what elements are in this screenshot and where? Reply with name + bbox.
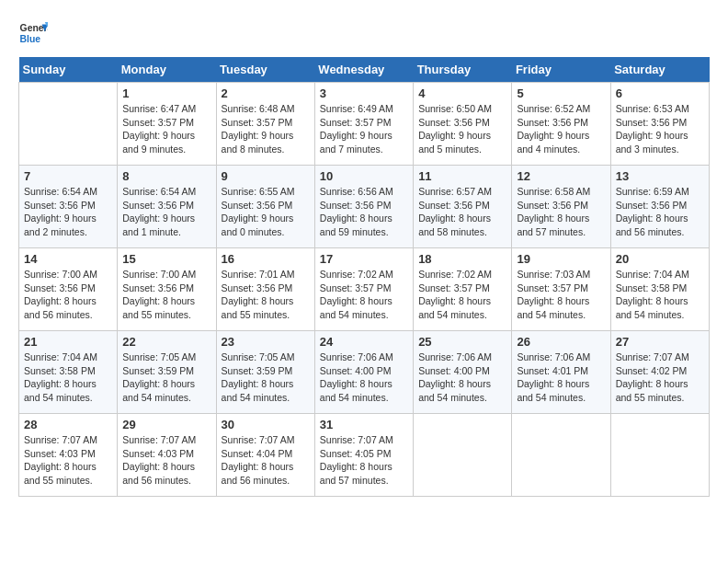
calendar-cell: 22Sunrise: 7:05 AM Sunset: 3:59 PM Dayli… [118, 331, 216, 414]
day-number: 31 [320, 418, 408, 431]
calendar-cell: 13Sunrise: 6:59 AM Sunset: 3:56 PM Dayli… [610, 166, 709, 248]
page-header: General Blue [18, 18, 710, 48]
weekday-header: Thursday [414, 57, 512, 83]
calendar-week-row: 1Sunrise: 6:47 AM Sunset: 3:57 PM Daylig… [19, 83, 710, 166]
day-number: 5 [517, 86, 605, 100]
calendar-cell: 31Sunrise: 7:07 AM Sunset: 4:05 PM Dayli… [314, 414, 413, 497]
day-info: Sunrise: 7:06 AM Sunset: 4:01 PM Dayligh… [517, 350, 605, 405]
weekday-header: Wednesday [314, 57, 413, 83]
calendar-cell: 15Sunrise: 7:00 AM Sunset: 3:56 PM Dayli… [118, 248, 216, 331]
calendar-week-row: 14Sunrise: 7:00 AM Sunset: 3:56 PM Dayli… [19, 248, 710, 331]
calendar-cell: 8Sunrise: 6:54 AM Sunset: 3:56 PM Daylig… [118, 166, 216, 248]
day-info: Sunrise: 6:52 AM Sunset: 3:56 PM Dayligh… [517, 102, 605, 156]
calendar-cell: 3Sunrise: 6:49 AM Sunset: 3:57 PM Daylig… [314, 83, 413, 166]
day-info: Sunrise: 6:54 AM Sunset: 3:56 PM Dayligh… [122, 185, 210, 239]
calendar-cell: 24Sunrise: 7:06 AM Sunset: 4:00 PM Dayli… [314, 331, 413, 414]
calendar-cell: 25Sunrise: 7:06 AM Sunset: 4:00 PM Dayli… [414, 331, 512, 414]
day-number: 23 [222, 335, 310, 349]
day-number: 28 [24, 418, 112, 431]
day-number: 16 [222, 252, 310, 266]
calendar-cell: 30Sunrise: 7:07 AM Sunset: 4:04 PM Dayli… [216, 414, 314, 497]
calendar-cell: 14Sunrise: 7:00 AM Sunset: 3:56 PM Dayli… [19, 248, 118, 331]
day-number: 2 [222, 86, 310, 100]
day-number: 13 [616, 169, 704, 183]
day-number: 7 [24, 169, 112, 183]
day-number: 3 [320, 86, 408, 100]
day-number: 30 [222, 418, 310, 431]
day-number: 6 [616, 86, 704, 100]
weekday-header: Monday [118, 57, 216, 83]
day-number: 10 [320, 169, 408, 183]
day-number: 15 [122, 252, 210, 266]
day-info: Sunrise: 6:54 AM Sunset: 3:56 PM Dayligh… [24, 185, 112, 239]
day-info: Sunrise: 7:00 AM Sunset: 3:56 PM Dayligh… [24, 268, 112, 322]
logo-icon: General Blue [18, 18, 48, 48]
day-number: 26 [517, 335, 605, 349]
weekday-header-row: SundayMondayTuesdayWednesdayThursdayFrid… [19, 57, 710, 83]
calendar-week-row: 28Sunrise: 7:07 AM Sunset: 4:03 PM Dayli… [19, 414, 710, 497]
calendar-cell [414, 414, 512, 497]
day-info: Sunrise: 6:50 AM Sunset: 3:56 PM Dayligh… [418, 102, 506, 156]
day-info: Sunrise: 6:53 AM Sunset: 3:56 PM Dayligh… [616, 102, 704, 156]
day-number: 29 [122, 418, 210, 431]
day-info: Sunrise: 7:00 AM Sunset: 3:56 PM Dayligh… [122, 268, 210, 322]
day-info: Sunrise: 7:05 AM Sunset: 3:59 PM Dayligh… [122, 350, 210, 405]
day-number: 9 [222, 169, 310, 183]
day-info: Sunrise: 6:59 AM Sunset: 3:56 PM Dayligh… [616, 185, 704, 239]
calendar-cell: 21Sunrise: 7:04 AM Sunset: 3:58 PM Dayli… [19, 331, 118, 414]
calendar-cell: 28Sunrise: 7:07 AM Sunset: 4:03 PM Dayli… [19, 414, 118, 497]
day-number: 1 [122, 86, 210, 100]
calendar-cell: 10Sunrise: 6:56 AM Sunset: 3:56 PM Dayli… [314, 166, 413, 248]
day-number: 11 [418, 169, 506, 183]
calendar-cell: 27Sunrise: 7:07 AM Sunset: 4:02 PM Dayli… [610, 331, 709, 414]
calendar-cell: 12Sunrise: 6:58 AM Sunset: 3:56 PM Dayli… [512, 166, 610, 248]
day-info: Sunrise: 6:49 AM Sunset: 3:57 PM Dayligh… [320, 102, 408, 156]
day-info: Sunrise: 7:07 AM Sunset: 4:04 PM Dayligh… [222, 433, 310, 488]
day-number: 4 [418, 86, 506, 100]
calendar-cell: 23Sunrise: 7:05 AM Sunset: 3:59 PM Dayli… [216, 331, 314, 414]
day-info: Sunrise: 7:02 AM Sunset: 3:57 PM Dayligh… [320, 268, 408, 322]
calendar-cell: 1Sunrise: 6:47 AM Sunset: 3:57 PM Daylig… [118, 83, 216, 166]
day-info: Sunrise: 7:06 AM Sunset: 4:00 PM Dayligh… [418, 350, 506, 405]
day-info: Sunrise: 7:03 AM Sunset: 3:57 PM Dayligh… [517, 268, 605, 322]
calendar-cell: 17Sunrise: 7:02 AM Sunset: 3:57 PM Dayli… [314, 248, 413, 331]
day-info: Sunrise: 7:07 AM Sunset: 4:03 PM Dayligh… [122, 433, 210, 488]
day-info: Sunrise: 7:07 AM Sunset: 4:05 PM Dayligh… [320, 433, 408, 488]
calendar-cell: 7Sunrise: 6:54 AM Sunset: 3:56 PM Daylig… [19, 166, 118, 248]
calendar-cell [19, 83, 118, 166]
calendar-cell: 4Sunrise: 6:50 AM Sunset: 3:56 PM Daylig… [414, 83, 512, 166]
day-info: Sunrise: 7:01 AM Sunset: 3:56 PM Dayligh… [222, 268, 310, 322]
day-info: Sunrise: 6:57 AM Sunset: 3:56 PM Dayligh… [418, 185, 506, 239]
day-number: 18 [418, 252, 506, 266]
weekday-header: Saturday [610, 57, 709, 83]
calendar-week-row: 21Sunrise: 7:04 AM Sunset: 3:58 PM Dayli… [19, 331, 710, 414]
day-number: 22 [122, 335, 210, 349]
day-number: 8 [122, 169, 210, 183]
day-info: Sunrise: 6:48 AM Sunset: 3:57 PM Dayligh… [222, 102, 310, 156]
svg-text:Blue: Blue [20, 34, 41, 44]
day-number: 14 [24, 252, 112, 266]
calendar-cell: 18Sunrise: 7:02 AM Sunset: 3:57 PM Dayli… [414, 248, 512, 331]
calendar-cell: 16Sunrise: 7:01 AM Sunset: 3:56 PM Dayli… [216, 248, 314, 331]
day-info: Sunrise: 6:55 AM Sunset: 3:56 PM Dayligh… [222, 185, 310, 239]
day-number: 27 [616, 335, 704, 349]
day-info: Sunrise: 7:04 AM Sunset: 3:58 PM Dayligh… [24, 350, 112, 405]
day-number: 17 [320, 252, 408, 266]
calendar-cell [610, 414, 709, 497]
day-number: 25 [418, 335, 506, 349]
day-info: Sunrise: 7:05 AM Sunset: 3:59 PM Dayligh… [222, 350, 310, 405]
weekday-header: Tuesday [216, 57, 314, 83]
day-number: 12 [517, 169, 605, 183]
day-info: Sunrise: 6:58 AM Sunset: 3:56 PM Dayligh… [517, 185, 605, 239]
calendar-cell: 26Sunrise: 7:06 AM Sunset: 4:01 PM Dayli… [512, 331, 610, 414]
logo: General Blue [18, 18, 48, 48]
calendar-cell: 29Sunrise: 7:07 AM Sunset: 4:03 PM Dayli… [118, 414, 216, 497]
day-number: 20 [616, 252, 704, 266]
calendar-week-row: 7Sunrise: 6:54 AM Sunset: 3:56 PM Daylig… [19, 166, 710, 248]
day-info: Sunrise: 7:04 AM Sunset: 3:58 PM Dayligh… [616, 268, 704, 322]
day-info: Sunrise: 6:47 AM Sunset: 3:57 PM Dayligh… [122, 102, 210, 156]
weekday-header: Sunday [19, 57, 118, 83]
calendar-cell [512, 414, 610, 497]
day-info: Sunrise: 7:06 AM Sunset: 4:00 PM Dayligh… [320, 350, 408, 405]
calendar-cell: 9Sunrise: 6:55 AM Sunset: 3:56 PM Daylig… [216, 166, 314, 248]
